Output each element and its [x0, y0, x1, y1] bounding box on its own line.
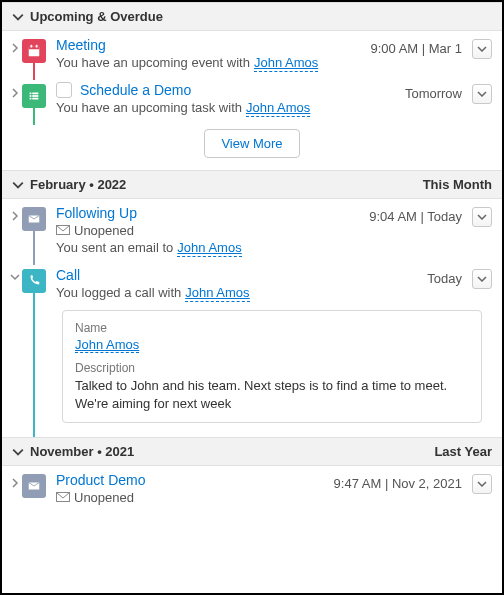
activity-item-followup: Following Up Unopened You sent an email … — [2, 199, 502, 261]
activity-menu-button[interactable] — [472, 39, 492, 59]
envelope-icon — [56, 223, 70, 238]
section-title: Upcoming & Overdue — [30, 9, 163, 24]
call-detail-card: Name John Amos Description Talked to Joh… — [62, 310, 482, 423]
detail-desc-label: Description — [75, 361, 469, 375]
svg-rect-9 — [32, 98, 38, 100]
chevron-down-icon — [12, 179, 24, 191]
activity-meta: 9:47 AM | Nov 2, 2021 — [334, 472, 468, 491]
expand-icon[interactable] — [8, 205, 22, 221]
timeline-line — [33, 291, 35, 437]
activity-title-link[interactable]: Following Up — [56, 205, 137, 221]
activity-body: You have an upcoming event with — [56, 55, 250, 70]
section-badge: Last Year — [434, 444, 492, 459]
activity-title-link[interactable]: Meeting — [56, 37, 106, 53]
email-icon — [22, 207, 46, 231]
expand-icon[interactable] — [8, 37, 22, 53]
activity-item-productdemo: Product Demo Unopened 9:47 AM | Nov 2, 2… — [2, 466, 502, 509]
section-title: February • 2022 — [30, 177, 126, 192]
svg-rect-3 — [36, 45, 38, 48]
task-checkbox[interactable] — [56, 82, 72, 98]
activity-item-meeting: Meeting You have an upcoming event with … — [2, 31, 502, 76]
section-header-february[interactable]: February • 2022 This Month — [2, 170, 502, 199]
svg-rect-2 — [31, 45, 33, 48]
related-person-link[interactable]: John Amos — [254, 55, 318, 72]
activity-menu-button[interactable] — [472, 207, 492, 227]
detail-name-label: Name — [75, 321, 469, 335]
expand-icon[interactable] — [8, 472, 22, 488]
svg-rect-5 — [32, 93, 38, 95]
activity-title-link[interactable]: Product Demo — [56, 472, 145, 488]
activity-body: You have an upcoming task with — [56, 100, 242, 115]
activity-meta: 9:04 AM | Today — [369, 205, 468, 224]
call-icon — [22, 269, 46, 293]
svg-rect-6 — [30, 95, 32, 97]
envelope-icon — [56, 490, 70, 505]
activity-meta: Tomorrow — [405, 82, 468, 101]
detail-desc-text: Talked to John and his team. Next steps … — [75, 377, 469, 412]
svg-rect-4 — [30, 93, 32, 95]
svg-rect-1 — [29, 47, 40, 50]
section-title: November • 2021 — [30, 444, 134, 459]
email-status: Unopened — [74, 490, 134, 505]
activity-meta: 9:00 AM | Mar 1 — [370, 37, 468, 56]
activity-item-call: Call You logged a call with John Amos To… — [2, 261, 502, 437]
activity-body: You logged a call with — [56, 285, 181, 300]
activity-menu-button[interactable] — [472, 474, 492, 494]
section-header-november[interactable]: November • 2021 Last Year — [2, 437, 502, 466]
expand-icon[interactable] — [8, 82, 22, 98]
section-badge: This Month — [423, 177, 492, 192]
timeline-line — [33, 106, 35, 125]
activity-menu-button[interactable] — [472, 84, 492, 104]
email-status: Unopened — [74, 223, 134, 238]
chevron-down-icon — [12, 446, 24, 458]
detail-name-link[interactable]: John Amos — [75, 337, 139, 353]
event-icon — [22, 39, 46, 63]
timeline-line — [33, 229, 35, 265]
activity-meta: Today — [427, 267, 468, 286]
activity-title-link[interactable]: Call — [56, 267, 80, 283]
activity-title-link[interactable]: Schedule a Demo — [80, 82, 191, 98]
activity-timeline: { "sections": { "upcoming": { "title": "… — [0, 0, 504, 595]
activity-body: You sent an email to — [56, 240, 173, 255]
svg-rect-7 — [32, 95, 38, 97]
related-person-link[interactable]: John Amos — [246, 100, 310, 117]
activity-menu-button[interactable] — [472, 269, 492, 289]
svg-rect-8 — [30, 98, 32, 100]
task-icon — [22, 84, 46, 108]
view-more-button[interactable]: View More — [204, 129, 299, 158]
chevron-down-icon — [12, 11, 24, 23]
activity-item-demo: Schedule a Demo You have an upcoming tas… — [2, 76, 502, 121]
email-icon — [22, 474, 46, 498]
related-person-link[interactable]: John Amos — [185, 285, 249, 302]
related-person-link[interactable]: John Amos — [177, 240, 241, 257]
collapse-icon[interactable] — [8, 267, 22, 281]
section-header-upcoming[interactable]: Upcoming & Overdue — [2, 2, 502, 31]
